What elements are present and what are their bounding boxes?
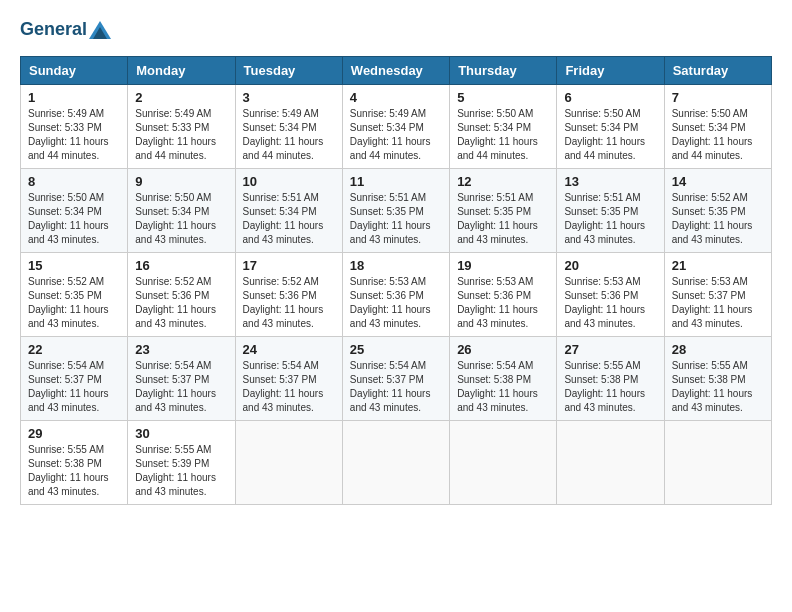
empty-cell <box>664 420 771 504</box>
day-number: 10 <box>243 174 335 189</box>
day-info: Sunrise: 5:54 AMSunset: 5:38 PMDaylight:… <box>457 360 538 413</box>
calendar-day-10: 10 Sunrise: 5:51 AMSunset: 5:34 PMDaylig… <box>235 168 342 252</box>
day-number: 6 <box>564 90 656 105</box>
calendar-day-17: 17 Sunrise: 5:52 AMSunset: 5:36 PMDaylig… <box>235 252 342 336</box>
header-saturday: Saturday <box>664 56 771 84</box>
calendar-week-4: 22 Sunrise: 5:54 AMSunset: 5:37 PMDaylig… <box>21 336 772 420</box>
day-number: 15 <box>28 258 120 273</box>
day-number: 3 <box>243 90 335 105</box>
day-info: Sunrise: 5:50 AMSunset: 5:34 PMDaylight:… <box>135 192 216 245</box>
day-info: Sunrise: 5:52 AMSunset: 5:35 PMDaylight:… <box>672 192 753 245</box>
calendar-week-3: 15 Sunrise: 5:52 AMSunset: 5:35 PMDaylig… <box>21 252 772 336</box>
calendar-table: SundayMondayTuesdayWednesdayThursdayFrid… <box>20 56 772 505</box>
day-info: Sunrise: 5:50 AMSunset: 5:34 PMDaylight:… <box>564 108 645 161</box>
page-header: General <box>20 20 772 40</box>
header-sunday: Sunday <box>21 56 128 84</box>
day-number: 8 <box>28 174 120 189</box>
day-number: 11 <box>350 174 442 189</box>
day-number: 7 <box>672 90 764 105</box>
day-info: Sunrise: 5:52 AMSunset: 5:35 PMDaylight:… <box>28 276 109 329</box>
empty-cell <box>557 420 664 504</box>
day-info: Sunrise: 5:51 AMSunset: 5:34 PMDaylight:… <box>243 192 324 245</box>
day-number: 26 <box>457 342 549 357</box>
calendar-day-12: 12 Sunrise: 5:51 AMSunset: 5:35 PMDaylig… <box>450 168 557 252</box>
day-number: 9 <box>135 174 227 189</box>
header-wednesday: Wednesday <box>342 56 449 84</box>
empty-cell <box>235 420 342 504</box>
day-info: Sunrise: 5:49 AMSunset: 5:33 PMDaylight:… <box>135 108 216 161</box>
logo-icon <box>89 21 111 39</box>
day-number: 25 <box>350 342 442 357</box>
day-number: 19 <box>457 258 549 273</box>
calendar-day-21: 21 Sunrise: 5:53 AMSunset: 5:37 PMDaylig… <box>664 252 771 336</box>
day-info: Sunrise: 5:50 AMSunset: 5:34 PMDaylight:… <box>672 108 753 161</box>
day-info: Sunrise: 5:51 AMSunset: 5:35 PMDaylight:… <box>564 192 645 245</box>
day-info: Sunrise: 5:51 AMSunset: 5:35 PMDaylight:… <box>457 192 538 245</box>
calendar-day-29: 29 Sunrise: 5:55 AMSunset: 5:38 PMDaylig… <box>21 420 128 504</box>
day-number: 24 <box>243 342 335 357</box>
day-info: Sunrise: 5:52 AMSunset: 5:36 PMDaylight:… <box>243 276 324 329</box>
calendar-day-5: 5 Sunrise: 5:50 AMSunset: 5:34 PMDayligh… <box>450 84 557 168</box>
day-number: 4 <box>350 90 442 105</box>
calendar-day-3: 3 Sunrise: 5:49 AMSunset: 5:34 PMDayligh… <box>235 84 342 168</box>
header-tuesday: Tuesday <box>235 56 342 84</box>
calendar-day-2: 2 Sunrise: 5:49 AMSunset: 5:33 PMDayligh… <box>128 84 235 168</box>
day-info: Sunrise: 5:49 AMSunset: 5:34 PMDaylight:… <box>350 108 431 161</box>
day-info: Sunrise: 5:55 AMSunset: 5:38 PMDaylight:… <box>564 360 645 413</box>
day-number: 30 <box>135 426 227 441</box>
day-info: Sunrise: 5:54 AMSunset: 5:37 PMDaylight:… <box>28 360 109 413</box>
logo: General <box>20 20 111 40</box>
calendar-day-23: 23 Sunrise: 5:54 AMSunset: 5:37 PMDaylig… <box>128 336 235 420</box>
day-info: Sunrise: 5:52 AMSunset: 5:36 PMDaylight:… <box>135 276 216 329</box>
day-number: 2 <box>135 90 227 105</box>
calendar-day-16: 16 Sunrise: 5:52 AMSunset: 5:36 PMDaylig… <box>128 252 235 336</box>
calendar-day-30: 30 Sunrise: 5:55 AMSunset: 5:39 PMDaylig… <box>128 420 235 504</box>
day-number: 20 <box>564 258 656 273</box>
day-info: Sunrise: 5:55 AMSunset: 5:38 PMDaylight:… <box>28 444 109 497</box>
calendar-day-18: 18 Sunrise: 5:53 AMSunset: 5:36 PMDaylig… <box>342 252 449 336</box>
calendar-week-1: 1 Sunrise: 5:49 AMSunset: 5:33 PMDayligh… <box>21 84 772 168</box>
day-number: 1 <box>28 90 120 105</box>
day-number: 14 <box>672 174 764 189</box>
day-info: Sunrise: 5:53 AMSunset: 5:36 PMDaylight:… <box>564 276 645 329</box>
day-info: Sunrise: 5:53 AMSunset: 5:37 PMDaylight:… <box>672 276 753 329</box>
calendar-day-26: 26 Sunrise: 5:54 AMSunset: 5:38 PMDaylig… <box>450 336 557 420</box>
day-info: Sunrise: 5:53 AMSunset: 5:36 PMDaylight:… <box>457 276 538 329</box>
calendar-header-row: SundayMondayTuesdayWednesdayThursdayFrid… <box>21 56 772 84</box>
calendar-day-13: 13 Sunrise: 5:51 AMSunset: 5:35 PMDaylig… <box>557 168 664 252</box>
calendar-day-1: 1 Sunrise: 5:49 AMSunset: 5:33 PMDayligh… <box>21 84 128 168</box>
day-info: Sunrise: 5:55 AMSunset: 5:39 PMDaylight:… <box>135 444 216 497</box>
calendar-day-9: 9 Sunrise: 5:50 AMSunset: 5:34 PMDayligh… <box>128 168 235 252</box>
calendar-day-15: 15 Sunrise: 5:52 AMSunset: 5:35 PMDaylig… <box>21 252 128 336</box>
calendar-day-14: 14 Sunrise: 5:52 AMSunset: 5:35 PMDaylig… <box>664 168 771 252</box>
day-info: Sunrise: 5:50 AMSunset: 5:34 PMDaylight:… <box>28 192 109 245</box>
day-number: 5 <box>457 90 549 105</box>
calendar-day-19: 19 Sunrise: 5:53 AMSunset: 5:36 PMDaylig… <box>450 252 557 336</box>
header-thursday: Thursday <box>450 56 557 84</box>
calendar-week-2: 8 Sunrise: 5:50 AMSunset: 5:34 PMDayligh… <box>21 168 772 252</box>
empty-cell <box>450 420 557 504</box>
calendar-day-28: 28 Sunrise: 5:55 AMSunset: 5:38 PMDaylig… <box>664 336 771 420</box>
day-info: Sunrise: 5:54 AMSunset: 5:37 PMDaylight:… <box>243 360 324 413</box>
calendar-day-7: 7 Sunrise: 5:50 AMSunset: 5:34 PMDayligh… <box>664 84 771 168</box>
calendar-day-27: 27 Sunrise: 5:55 AMSunset: 5:38 PMDaylig… <box>557 336 664 420</box>
day-number: 12 <box>457 174 549 189</box>
day-number: 21 <box>672 258 764 273</box>
day-info: Sunrise: 5:53 AMSunset: 5:36 PMDaylight:… <box>350 276 431 329</box>
calendar-week-5: 29 Sunrise: 5:55 AMSunset: 5:38 PMDaylig… <box>21 420 772 504</box>
logo-text: General <box>20 20 111 40</box>
day-info: Sunrise: 5:49 AMSunset: 5:33 PMDaylight:… <box>28 108 109 161</box>
calendar-day-20: 20 Sunrise: 5:53 AMSunset: 5:36 PMDaylig… <box>557 252 664 336</box>
day-number: 22 <box>28 342 120 357</box>
day-number: 16 <box>135 258 227 273</box>
day-info: Sunrise: 5:54 AMSunset: 5:37 PMDaylight:… <box>135 360 216 413</box>
calendar-day-6: 6 Sunrise: 5:50 AMSunset: 5:34 PMDayligh… <box>557 84 664 168</box>
calendar-day-11: 11 Sunrise: 5:51 AMSunset: 5:35 PMDaylig… <box>342 168 449 252</box>
day-info: Sunrise: 5:51 AMSunset: 5:35 PMDaylight:… <box>350 192 431 245</box>
calendar-day-24: 24 Sunrise: 5:54 AMSunset: 5:37 PMDaylig… <box>235 336 342 420</box>
day-number: 29 <box>28 426 120 441</box>
day-number: 13 <box>564 174 656 189</box>
day-info: Sunrise: 5:54 AMSunset: 5:37 PMDaylight:… <box>350 360 431 413</box>
day-number: 27 <box>564 342 656 357</box>
header-friday: Friday <box>557 56 664 84</box>
